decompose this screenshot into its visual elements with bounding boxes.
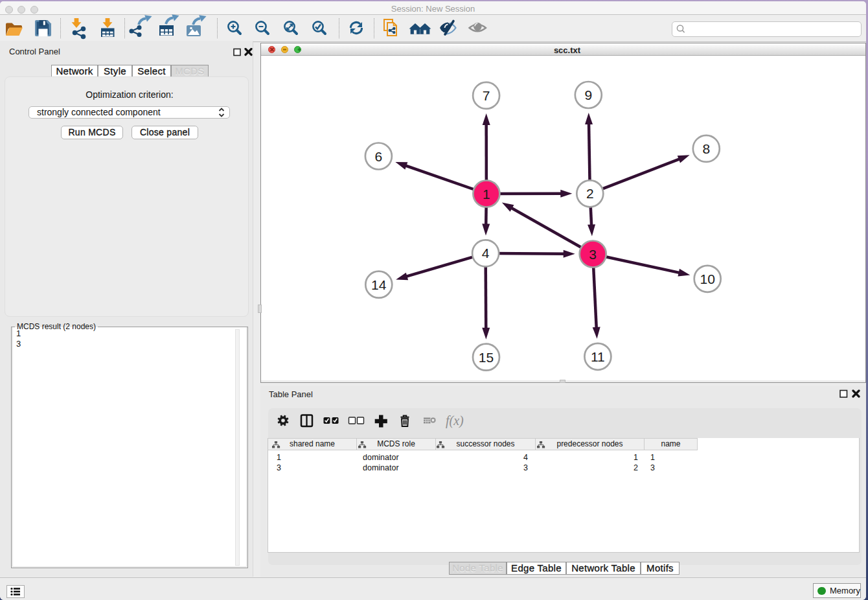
svg-text:2: 2 <box>586 186 594 201</box>
svg-text:10: 10 <box>700 271 715 286</box>
svg-text:9: 9 <box>584 87 592 102</box>
svg-text:f(x): f(x) <box>446 413 464 428</box>
svg-text:4: 4 <box>482 246 490 260</box>
svg-text:6: 6 <box>375 149 383 164</box>
svg-text:8: 8 <box>702 141 710 156</box>
svg-text:14: 14 <box>371 277 387 292</box>
svg-text:15: 15 <box>479 350 494 365</box>
svg-text:7: 7 <box>483 88 490 103</box>
svg-text:11: 11 <box>591 349 605 364</box>
svg-text:3: 3 <box>589 247 597 262</box>
svg-text:1: 1 <box>483 187 490 202</box>
